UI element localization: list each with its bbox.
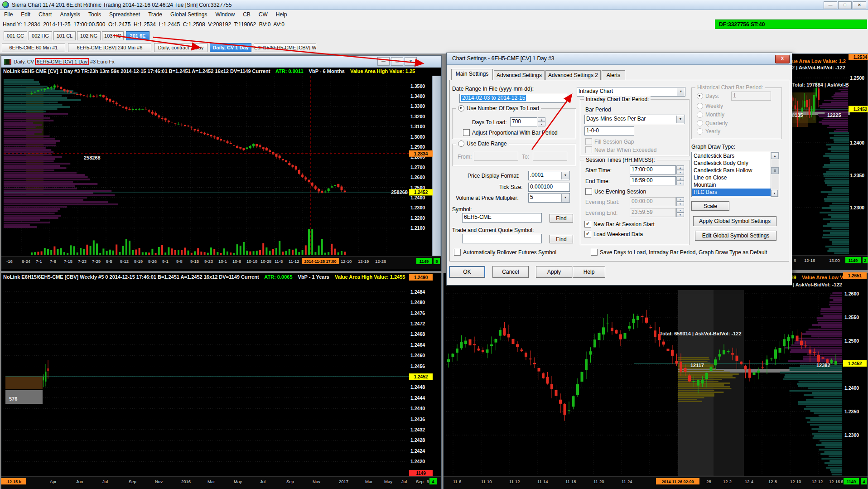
quarterly-radio[interactable]: Quarterly bbox=[697, 120, 728, 126]
tab-001-gc[interactable]: 001 GC bbox=[4, 31, 27, 40]
auto-rollover-checkbox[interactable]: Automatically Rollover Futures Symbol bbox=[454, 249, 556, 256]
tab-alerts[interactable]: Alerts bbox=[602, 70, 625, 80]
to-input[interactable] bbox=[533, 152, 567, 161]
days-radio[interactable]: Days: bbox=[697, 93, 719, 99]
chart3-time-axis[interactable] bbox=[792, 255, 868, 269]
menu-chart[interactable]: Chart bbox=[34, 10, 56, 19]
fill-session-gap-checkbox[interactable]: Fill Session Gap bbox=[585, 138, 634, 145]
save-defaults-checkbox[interactable]: Save Days to Load, Intraday Bar Period, … bbox=[591, 249, 767, 256]
scale-button[interactable]: Scale bbox=[691, 201, 729, 211]
tab-daily-cv[interactable]: Daily, CV 1 Day bbox=[210, 43, 251, 52]
scroll-up-icon[interactable]: ▲ bbox=[771, 152, 779, 159]
menu-tools[interactable]: Tools bbox=[84, 10, 105, 19]
symbol-input[interactable]: 6EH5-CME bbox=[462, 213, 542, 223]
menu-cw[interactable]: CW bbox=[255, 10, 272, 19]
listbox-scrollbar[interactable]: ▲ ☰ ▼ bbox=[771, 152, 779, 197]
chart1-close-button[interactable]: ✕ bbox=[405, 57, 417, 66]
end-time-spinner[interactable]: ▲▼ bbox=[676, 176, 684, 185]
chart2-time-axis[interactable] bbox=[1, 476, 441, 489]
close-button[interactable]: ✕ bbox=[853, 1, 866, 9]
chart-type-combo[interactable]: Intraday Chart▼ bbox=[577, 87, 685, 97]
new-bar-session-checkbox[interactable]: ✔New Bar At Session Start bbox=[584, 221, 655, 228]
bar-period-combo[interactable]: Days-Mins-Secs Per Bar▼ bbox=[584, 115, 685, 124]
from-input[interactable] bbox=[474, 152, 518, 161]
use-date-range-radio[interactable]: Use Date Range bbox=[458, 140, 507, 147]
bar-period-value-input[interactable]: 1-0-0 bbox=[584, 126, 634, 136]
list-item[interactable]: Candlestick Bars bbox=[692, 152, 779, 160]
chart1-time-axis[interactable] bbox=[1, 256, 441, 269]
menu-help[interactable]: Help bbox=[272, 10, 291, 19]
date-range-field[interactable]: 2014-02-03 to 2014-12-15 bbox=[459, 94, 567, 103]
tab-101-cl[interactable]: 101 CL bbox=[53, 31, 76, 40]
scroll-down-icon[interactable]: ▼ bbox=[771, 190, 778, 197]
menu-trade[interactable]: Trade bbox=[144, 10, 166, 19]
yearly-radio[interactable]: Yearly bbox=[697, 128, 720, 135]
menu-global-settings[interactable]: Global Settings bbox=[166, 10, 211, 19]
list-item-selected[interactable]: HLC Bars bbox=[692, 189, 779, 196]
weekly-radio[interactable]: Weekly bbox=[697, 103, 723, 109]
use-evening-session-checkbox[interactable]: Use Evening Session bbox=[585, 188, 646, 195]
tab-102-ng[interactable]: 102 NG bbox=[77, 31, 101, 40]
menu-analysis[interactable]: Analysis bbox=[56, 10, 84, 19]
use-days-radio[interactable]: Use Number Of Days To Load bbox=[458, 105, 539, 111]
tab-daily-contract[interactable]: Daily, contract 1 Day bbox=[154, 43, 207, 52]
help-button[interactable]: Help bbox=[573, 266, 605, 278]
dialog-title-bar[interactable]: Chart Settings - 6EH5-CME [CV] 1 Day #3 … bbox=[447, 53, 792, 65]
tab-advanced-settings-2[interactable]: Advanced Settings 2 bbox=[545, 70, 601, 80]
combo-arrow-icon[interactable]: ▼ bbox=[677, 88, 685, 96]
menu-file[interactable]: File bbox=[0, 10, 17, 19]
monthly-radio[interactable]: Monthly bbox=[697, 111, 724, 118]
price-display-format-combo[interactable]: .0001▼ bbox=[528, 171, 570, 180]
adjust-proportional-checkbox[interactable]: Adjust Proportional With Bar Period bbox=[463, 129, 558, 136]
days-input[interactable]: 1 bbox=[731, 92, 771, 101]
load-weekend-checkbox[interactable]: ✔Load Weekend Data bbox=[584, 231, 643, 237]
evening-start-input[interactable]: 00:00:00 bbox=[630, 197, 676, 206]
list-item[interactable]: Candlestick Body Only bbox=[692, 160, 779, 167]
minimize-button[interactable]: — bbox=[824, 1, 837, 9]
tab-002-hg[interactable]: 002 HG bbox=[29, 31, 52, 40]
apply-global-settings-button[interactable]: Apply Global Symbol Settings bbox=[693, 216, 776, 226]
evening-end-input[interactable]: 23:59:59 bbox=[630, 208, 676, 217]
cancel-button[interactable]: Cancel bbox=[492, 266, 529, 278]
tab-201-6e[interactable]: 201 6E bbox=[126, 31, 149, 40]
days-to-load-input[interactable]: 700 bbox=[510, 117, 537, 126]
restore-button[interactable]: □ bbox=[838, 1, 852, 9]
chart4-time-axis[interactable] bbox=[444, 476, 868, 489]
tab-advanced-settings[interactable]: Advanced Settings bbox=[494, 70, 545, 80]
list-item[interactable]: Mountain bbox=[692, 181, 779, 189]
trade-symbol-input[interactable] bbox=[462, 234, 542, 243]
start-time-input[interactable]: 17:00:00 bbox=[630, 165, 676, 174]
menu-cb[interactable]: CB bbox=[239, 10, 255, 19]
days-to-load-spinner[interactable]: ▲▼ bbox=[538, 117, 545, 126]
start-time-spinner[interactable]: ▲▼ bbox=[676, 165, 684, 174]
chart1-restore-button[interactable]: □ bbox=[391, 57, 403, 66]
evening-start-spinner[interactable]: ▲▼ bbox=[676, 197, 684, 206]
scroll-thumb[interactable]: ☰ bbox=[771, 167, 779, 174]
menu-edit[interactable]: Edit bbox=[17, 10, 34, 19]
new-bar-exceeded-checkbox[interactable]: New Bar When Exceeded bbox=[585, 146, 656, 153]
evening-end-spinner[interactable]: ▲▼ bbox=[676, 208, 684, 217]
end-time-input[interactable]: 16:59:00 bbox=[630, 176, 676, 185]
dialog-close-button[interactable]: X bbox=[775, 55, 790, 63]
combo-arrow-icon[interactable]: ▼ bbox=[561, 172, 569, 179]
ok-button[interactable]: OK bbox=[449, 266, 485, 278]
trade-symbol-find-button[interactable]: Find bbox=[550, 235, 573, 243]
edit-global-settings-button[interactable]: Edit Global Symbol Settings bbox=[695, 231, 776, 241]
tab-240min[interactable]: 6EH5-CME [CBV] 240 Min #6 bbox=[68, 43, 151, 52]
tab-103-ho[interactable]: 103 HO bbox=[102, 31, 124, 40]
chart1-minimize-button[interactable]: — bbox=[377, 57, 390, 66]
apply-button[interactable]: Apply bbox=[536, 266, 572, 278]
chart1-vertical-scrollbar[interactable] bbox=[432, 76, 441, 256]
tab-weekly[interactable]: E6H15/6EH5-CME [CBV] Weekly #5 bbox=[254, 43, 316, 52]
tab-main-settings[interactable]: Main Settings bbox=[451, 69, 493, 80]
symbol-find-button[interactable]: Find bbox=[550, 214, 573, 223]
tab-60min[interactable]: 6EH5-CME 60 Min #1 bbox=[2, 43, 65, 52]
list-item[interactable]: Line on Close bbox=[692, 174, 779, 181]
menu-spreadsheet[interactable]: Spreadsheet bbox=[105, 10, 144, 19]
combo-arrow-icon[interactable]: ▼ bbox=[676, 116, 684, 123]
list-item[interactable]: Candlestick Bars Hollow bbox=[692, 167, 779, 174]
vap-multiplier-combo[interactable]: 5▼ bbox=[528, 193, 570, 203]
combo-arrow-icon[interactable]: ▼ bbox=[561, 194, 569, 202]
menu-window[interactable]: Window bbox=[211, 10, 239, 19]
tick-size-input[interactable]: 0.000100 bbox=[528, 183, 570, 192]
